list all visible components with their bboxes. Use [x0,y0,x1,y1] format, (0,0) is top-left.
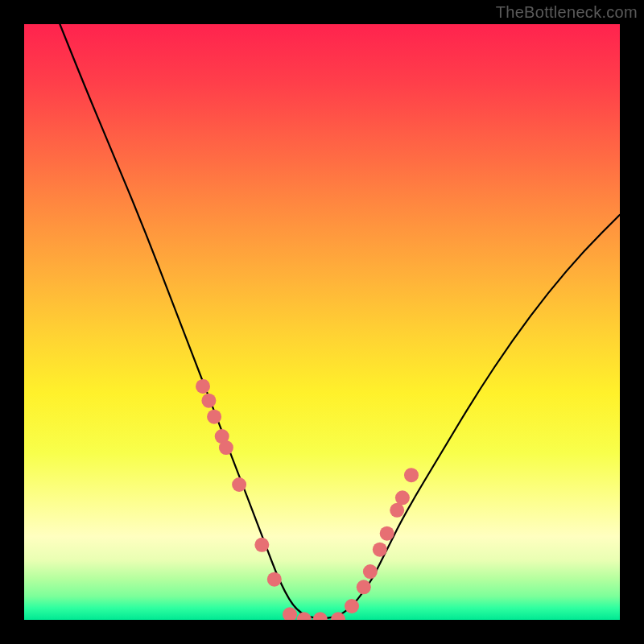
watermark-text: TheBottleneck.com [496,3,638,22]
outer-frame: TheBottleneck.com [0,0,644,644]
gradient-plot-area [24,24,620,620]
